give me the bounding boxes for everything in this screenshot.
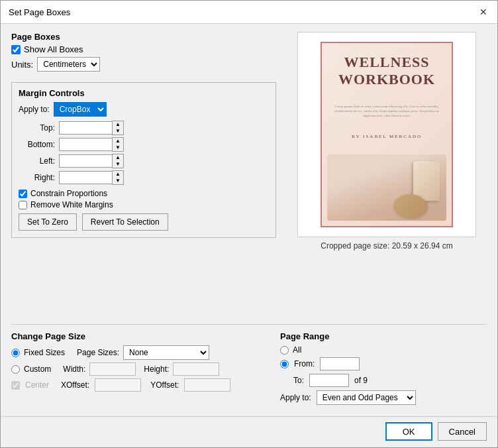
bottom-section: Change Page Size Fixed Sizes Page Sizes:… bbox=[11, 324, 487, 408]
cover-image bbox=[327, 154, 446, 221]
dialog-body: Page Boxes Show All Boxes Units: Centime… bbox=[1, 24, 497, 416]
page-range-group: Page Range All From: 1 To: 1 of 9 Apply … bbox=[280, 331, 487, 408]
preview-caption: Cropped page size: 20.59 x 26.94 cm bbox=[321, 241, 452, 251]
from-label: From: bbox=[294, 359, 315, 368]
custom-radio[interactable] bbox=[11, 365, 20, 374]
dialog-title: Set Page Boxes bbox=[9, 7, 70, 17]
cancel-button[interactable]: Cancel bbox=[438, 422, 487, 441]
fixed-sizes-radio[interactable] bbox=[11, 349, 20, 357]
units-select[interactable]: Centimeters Inches Millimeters Points bbox=[37, 57, 100, 72]
bottom-input[interactable]: 0.5 cm bbox=[59, 138, 112, 151]
center-checkbox[interactable] bbox=[11, 381, 20, 390]
top-down-btn[interactable]: ▼ bbox=[113, 128, 123, 135]
all-radio-row: All bbox=[280, 345, 487, 355]
apply-to-row: Apply to: CropBox TrimBox BleedBox ArtBo… bbox=[19, 102, 269, 117]
page-sizes-select[interactable]: None A4 A3 Letter bbox=[123, 345, 209, 360]
left-spinner: 0.5 cm ▲ ▼ bbox=[59, 154, 124, 168]
yoffset-label: YOffset: bbox=[150, 380, 179, 390]
revert-to-selection-button[interactable]: Revert To Selection bbox=[82, 213, 168, 231]
to-row: To: 1 of 9 bbox=[280, 374, 487, 387]
units-label: Units: bbox=[11, 60, 33, 70]
cover-author: BY ISABEL MERCADO bbox=[352, 134, 422, 139]
left-input[interactable]: 0.5 cm bbox=[59, 154, 112, 168]
page-boxes-group: Page Boxes Show All Boxes Units: Centime… bbox=[11, 32, 276, 77]
apply-to-select[interactable]: CropBox TrimBox BleedBox ArtBox bbox=[54, 102, 107, 117]
right-panel: WELLNESS WORKBOOK Lorem ipsum dolor sit … bbox=[287, 32, 487, 319]
width-input[interactable]: 0 cm bbox=[89, 363, 136, 376]
remove-white-checkbox[interactable] bbox=[19, 201, 27, 209]
left-panel: Page Boxes Show All Boxes Units: Centime… bbox=[11, 32, 276, 319]
close-button[interactable]: ✕ bbox=[477, 6, 489, 18]
top-input[interactable]: 0.5 cm bbox=[59, 121, 112, 135]
apply-to-label: Apply to: bbox=[19, 105, 50, 114]
dialog-footer: OK Cancel bbox=[1, 416, 497, 447]
center-row: Center XOffset: 0 cm YOffset: 0 cm bbox=[11, 378, 270, 392]
yoffset-input[interactable]: 0 cm bbox=[184, 378, 230, 392]
left-label: Left: bbox=[19, 156, 55, 166]
right-field-row: Right: 0.5 cm ▲ ▼ bbox=[19, 170, 269, 185]
constrain-label: Constrain Proportions bbox=[30, 189, 107, 198]
title-bar: Set Page Boxes ✕ bbox=[1, 1, 497, 24]
units-row: Units: Centimeters Inches Millimeters Po… bbox=[11, 57, 276, 72]
apply-to-range-label: Apply to: bbox=[280, 393, 311, 402]
bottom-up-btn[interactable]: ▲ bbox=[113, 138, 123, 144]
all-radio[interactable] bbox=[280, 346, 289, 355]
from-radio-row: From: 1 bbox=[280, 357, 487, 370]
left-up-btn[interactable]: ▲ bbox=[113, 154, 123, 161]
book-cover: WELLNESS WORKBOOK Lorem ipsum dolor sit … bbox=[321, 42, 453, 227]
xoffset-input[interactable]: 0 cm bbox=[95, 378, 141, 392]
page-range-title: Page Range bbox=[280, 331, 487, 341]
xoffset-label: XOffset: bbox=[61, 380, 89, 390]
margin-controls-group: Margin Controls Apply to: CropBox TrimBo… bbox=[11, 82, 276, 238]
right-spinner: 0.5 cm ▲ ▼ bbox=[59, 170, 124, 185]
bottom-label: Bottom: bbox=[19, 140, 55, 149]
change-page-size-group: Change Page Size Fixed Sizes Page Sizes:… bbox=[11, 331, 270, 408]
height-label: Height: bbox=[144, 364, 169, 374]
height-input[interactable]: 0 cm bbox=[173, 363, 219, 376]
custom-row: Custom Width: 0 cm Height: 0 cm bbox=[11, 363, 270, 376]
ok-button[interactable]: OK bbox=[385, 422, 432, 441]
left-spinner-buttons: ▲ ▼ bbox=[112, 154, 124, 168]
top-label: Top: bbox=[19, 123, 55, 133]
set-to-zero-button[interactable]: Set To Zero bbox=[19, 213, 77, 231]
to-input[interactable]: 1 bbox=[309, 374, 349, 387]
top-spinner: 0.5 cm ▲ ▼ bbox=[59, 121, 124, 135]
top-field-row: Top: 0.5 cm ▲ ▼ bbox=[19, 121, 269, 135]
bottom-down-btn[interactable]: ▼ bbox=[113, 144, 123, 151]
right-down-btn[interactable]: ▼ bbox=[113, 178, 123, 184]
bottom-field-row: Bottom: 0.5 cm ▲ ▼ bbox=[19, 137, 269, 152]
width-label: Width: bbox=[63, 364, 85, 374]
center-label: Center bbox=[25, 380, 49, 390]
page-boxes-label: Page Boxes bbox=[11, 32, 276, 42]
of-label: of 9 bbox=[354, 376, 368, 385]
bottom-spinner-buttons: ▲ ▼ bbox=[112, 137, 124, 152]
left-down-btn[interactable]: ▼ bbox=[113, 161, 123, 168]
apply-to-range-row: Apply to: Even and Odd Pages Even Pages … bbox=[280, 390, 487, 405]
right-up-btn[interactable]: ▲ bbox=[113, 171, 123, 178]
left-field-row: Left: 0.5 cm ▲ ▼ bbox=[19, 154, 269, 168]
action-buttons: Set To Zero Revert To Selection bbox=[19, 213, 269, 231]
all-label: All bbox=[293, 345, 301, 355]
show-all-boxes-label: Show All Boxes bbox=[24, 44, 83, 54]
constrain-checkbox[interactable] bbox=[19, 190, 27, 198]
bottom-spinner: 0.5 cm ▲ ▼ bbox=[59, 137, 124, 152]
from-input[interactable]: 1 bbox=[320, 357, 360, 370]
change-page-size-title: Change Page Size bbox=[11, 331, 270, 341]
right-input[interactable]: 0.5 cm bbox=[59, 171, 112, 184]
preview-container: WELLNESS WORKBOOK Lorem ipsum dolor sit … bbox=[297, 32, 476, 237]
top-section: Page Boxes Show All Boxes Units: Centime… bbox=[11, 32, 487, 319]
fixed-sizes-label: Fixed Sizes bbox=[24, 348, 65, 357]
remove-white-label: Remove White Margins bbox=[30, 200, 113, 209]
remove-white-row: Remove White Margins bbox=[19, 200, 269, 209]
top-up-btn[interactable]: ▲ bbox=[113, 121, 123, 128]
apply-to-range-select[interactable]: Even and Odd Pages Even Pages Only Odd P… bbox=[317, 390, 416, 405]
show-all-boxes-row: Show All Boxes bbox=[11, 44, 276, 54]
to-label: To: bbox=[293, 376, 304, 385]
from-radio[interactable] bbox=[280, 360, 289, 368]
top-spinner-buttons: ▲ ▼ bbox=[112, 121, 124, 135]
show-all-boxes-checkbox[interactable] bbox=[11, 45, 21, 54]
custom-label: Custom bbox=[24, 364, 51, 374]
constrain-row: Constrain Proportions bbox=[19, 189, 269, 198]
margin-controls-title: Margin Controls bbox=[19, 88, 269, 98]
cover-body-text: Lorem ipsum dolor sit amet, consectetur … bbox=[328, 104, 445, 118]
